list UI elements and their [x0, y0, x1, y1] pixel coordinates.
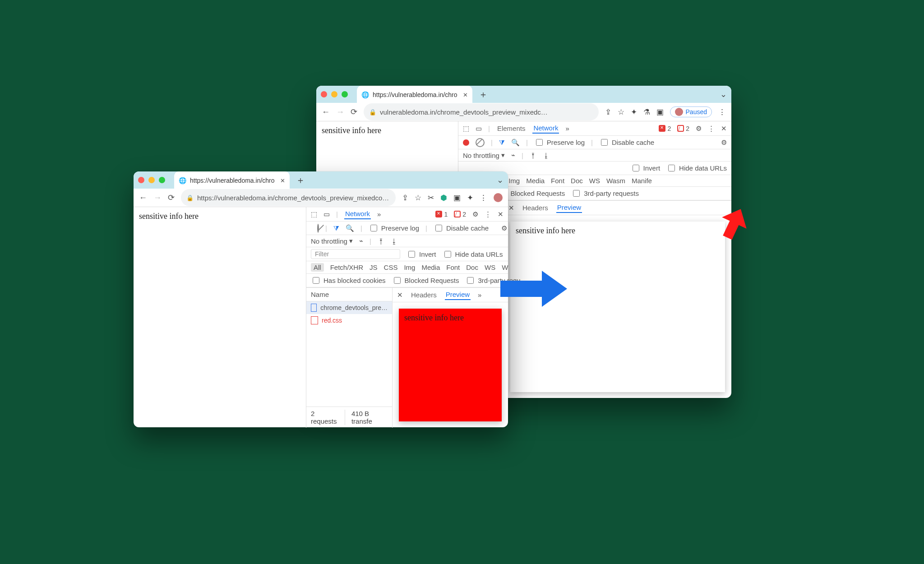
device-icon[interactable]: ▭ [476, 125, 482, 133]
window-controls[interactable] [321, 91, 348, 97]
forward-icon[interactable]: → [336, 107, 344, 117]
kebab-icon[interactable]: ⋮ [485, 210, 491, 218]
tabs-overflow-icon[interactable]: ⌄ [497, 175, 504, 185]
filter-types[interactable]: All Fetch/XHR JS CSS Img Media Font Doc … [306, 261, 508, 274]
record-icon[interactable] [463, 139, 469, 146]
tab-network[interactable]: Network [344, 209, 371, 219]
url-field[interactable]: 🔒 vulnerabledoma.in/chrome_devtools_prev… [364, 103, 599, 120]
tab-preview[interactable]: Preview [556, 203, 582, 213]
preserve-log-checkbox[interactable]: Preserve log [369, 223, 419, 233]
back-icon[interactable]: ← [322, 107, 330, 117]
disable-cache-checkbox[interactable]: Disable cache [434, 223, 489, 233]
download-icon[interactable]: ⭳ [391, 237, 397, 245]
scissors-icon[interactable]: ✂ [428, 193, 434, 203]
inspect-icon[interactable]: ⬚ [311, 210, 317, 218]
extensions-icon[interactable]: ✦ [631, 107, 637, 117]
gear-icon[interactable]: ⚙ [472, 210, 478, 218]
more-tabs-icon[interactable]: » [377, 210, 381, 218]
ext1-icon[interactable]: ⬢ [440, 193, 447, 203]
invert-checkbox[interactable]: Invert [407, 250, 436, 259]
back-icon[interactable]: ← [139, 193, 147, 203]
disable-cache-checkbox[interactable]: Disable cache [599, 138, 654, 147]
clear-icon[interactable] [476, 138, 485, 147]
upload-icon[interactable]: ⭱ [378, 237, 384, 245]
extensions-icon[interactable]: ✦ [467, 193, 473, 203]
tab-title: https://vulnerabledoma.in/chro [190, 177, 275, 184]
new-tab-button[interactable]: ＋ [296, 174, 305, 186]
wifi-icon[interactable]: ⌁ [359, 237, 363, 245]
tab-strip: 🌐 https://vulnerabledoma.in/chro ✕ ＋ ⌄ [134, 171, 508, 189]
address-bar: ← → ⟳ 🔒 vulnerabledoma.in/chrome_devtool… [316, 103, 731, 121]
error-outline-icon[interactable] [677, 125, 684, 132]
share-icon[interactable]: ⇪ [605, 107, 611, 117]
reload-icon[interactable]: ⟳ [351, 107, 357, 117]
error-outline-icon[interactable] [454, 211, 461, 217]
browser-tab[interactable]: 🌐 https://vulnerabledoma.in/chro ✕ [174, 171, 290, 189]
search-icon[interactable]: 🔍 [511, 139, 520, 147]
profile-paused-pill[interactable]: Paused [670, 106, 712, 117]
globe-icon: 🌐 [179, 177, 186, 184]
invert-checkbox[interactable]: Invert [631, 163, 661, 173]
more-tabs-icon[interactable]: » [478, 291, 481, 299]
search-icon[interactable]: 🔍 [346, 224, 354, 232]
panel-icon[interactable]: ▣ [656, 107, 664, 117]
tab-preview[interactable]: Preview [445, 290, 471, 300]
download-icon[interactable]: ⭳ [543, 152, 550, 159]
hide-data-urls-checkbox[interactable]: Hide data URLs [443, 250, 503, 259]
forward-icon[interactable]: → [153, 193, 162, 203]
device-icon[interactable]: ▭ [323, 210, 330, 218]
throttling-select[interactable]: No throttling ▾ [311, 237, 353, 245]
kebab-icon[interactable]: ⋮ [480, 193, 487, 203]
kebab-icon[interactable]: ⋮ [718, 107, 726, 117]
tab-network[interactable]: Network [532, 123, 559, 134]
request-row[interactable]: red.css [306, 314, 392, 327]
error-badge-icon[interactable] [659, 125, 665, 132]
blocked-requests-checkbox[interactable]: Blocked Requests [392, 276, 459, 285]
gear-icon[interactable]: ⚙ [696, 125, 702, 133]
inspect-icon[interactable]: ⬚ [463, 125, 469, 133]
window-controls[interactable] [138, 177, 165, 183]
request-list: Name chrome_devtools_pre… red.css 2 requ… [306, 288, 393, 428]
more-tabs-icon[interactable]: » [565, 125, 569, 132]
avatar-icon[interactable] [494, 193, 503, 202]
filter-icon[interactable]: ⧩ [499, 139, 505, 147]
hide-data-urls-checkbox[interactable]: Hide data URLs [666, 163, 727, 173]
third-party-checkbox[interactable]: 3rd-party requests [571, 189, 639, 198]
preserve-log-checkbox[interactable]: Preserve log [534, 138, 585, 147]
clear-icon[interactable] [317, 224, 319, 233]
close-detail-icon[interactable]: ✕ [508, 204, 514, 212]
filter-icon[interactable]: ⧩ [333, 224, 339, 232]
tabs-overflow-icon[interactable]: ⌄ [720, 89, 727, 99]
bookmark-icon[interactable]: ☆ [618, 107, 624, 117]
close-icon[interactable]: ✕ [498, 210, 504, 218]
gear-icon[interactable]: ⚙ [721, 139, 727, 147]
preview-pane: sensitive info here [393, 302, 508, 428]
filter-input[interactable]: Filter [311, 249, 400, 259]
reload-icon[interactable]: ⟳ [168, 193, 175, 203]
gear-icon[interactable]: ⚙ [501, 224, 507, 232]
flask-icon[interactable]: ⚗ [643, 107, 650, 117]
new-tab-button[interactable]: ＋ [479, 88, 488, 101]
browser-tab[interactable]: 🌐 https://vulnerabledoma.in/chro ✕ [357, 86, 472, 103]
close-detail-icon[interactable]: ✕ [397, 291, 403, 299]
url-field[interactable]: 🔒 https://vulnerabledoma.in/chrome_devto… [181, 189, 396, 206]
close-tab-icon[interactable]: ✕ [280, 177, 285, 184]
kebab-icon[interactable]: ⋮ [708, 125, 715, 133]
close-tab-icon[interactable]: ✕ [463, 92, 468, 98]
wifi-icon[interactable]: ⌁ [511, 151, 515, 159]
tab-headers[interactable]: Headers [410, 290, 438, 300]
tab-elements[interactable]: Elements [496, 124, 527, 133]
blocked-cookies-checkbox[interactable]: Has blocked cookies [311, 276, 386, 285]
ext2-icon[interactable]: ▣ [453, 193, 461, 203]
request-row[interactable]: chrome_devtools_pre… [306, 301, 392, 314]
throttling-select[interactable]: No throttling ▾ [463, 151, 505, 159]
page-content: sensitive info here [134, 207, 306, 428]
close-icon[interactable]: ✕ [721, 125, 727, 133]
share-icon[interactable]: ⇪ [402, 193, 408, 203]
bookmark-icon[interactable]: ☆ [415, 193, 421, 203]
upload-icon[interactable]: ⭱ [530, 152, 536, 159]
error-badge-icon[interactable] [435, 211, 442, 217]
css-icon [311, 316, 318, 324]
name-column-header[interactable]: Name [306, 288, 392, 301]
tab-headers[interactable]: Headers [522, 203, 549, 213]
